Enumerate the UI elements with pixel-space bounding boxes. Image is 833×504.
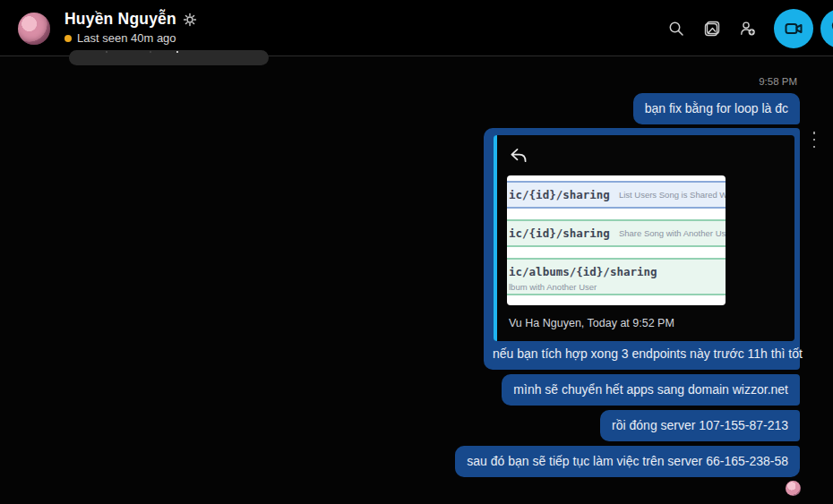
api-endpoint-row: ic/albums/{id}/sharing lbum with Another…	[507, 258, 726, 295]
clipped-text-remnant	[106, 51, 107, 53]
quote-author-line: Vu Ha Nguyen, Today at 9:52 PM	[509, 317, 674, 329]
gallery-icon[interactable]	[704, 21, 720, 37]
clipped-text-remnant	[176, 51, 178, 53]
outgoing-message[interactable]: rồi đóng server 107-155-87-213	[600, 410, 800, 441]
quoted-image-thumbnail[interactable]: ic/{id}/sharing List Users Song is Share…	[507, 175, 726, 305]
endpoint-description: lbum with Another User	[509, 282, 726, 292]
contact-profile-link[interactable]: Huyền Nguyễn	[64, 10, 197, 29]
gear-icon[interactable]	[183, 13, 197, 27]
reply-message-text: nếu bạn tích hợp xong 3 endpoints này tr…	[493, 346, 803, 361]
video-call-button[interactable]	[774, 9, 813, 48]
endpoint-path: ic/{id}/sharing	[509, 188, 610, 201]
chat-window: Huyền Nguyễn Last seen 40m ago	[0, 0, 833, 504]
clipped-incoming-message[interactable]	[69, 50, 269, 65]
outgoing-message[interactable]: sau đó bạn sẽ tiếp tục làm việc trên ser…	[455, 446, 800, 477]
contact-name: Huyền Nguyễn	[64, 10, 176, 29]
video-camera-icon	[783, 18, 804, 39]
clipped-text-remnant	[150, 51, 151, 53]
contact-avatar[interactable]	[18, 13, 50, 45]
voice-call-button[interactable]	[820, 9, 833, 48]
api-endpoint-row: ic/{id}/sharing Share Song with Another …	[507, 219, 726, 247]
quoted-message[interactable]: ic/{id}/sharing List Users Song is Share…	[494, 135, 794, 341]
endpoint-path: ic/albums/{id}/sharing	[509, 265, 657, 278]
conversation-header: Huyền Nguyễn Last seen 40m ago	[0, 0, 833, 56]
presence-status: Last seen 40m ago	[64, 31, 176, 45]
time-divider: 9:58 PM	[759, 76, 797, 87]
search-icon[interactable]	[668, 21, 684, 37]
endpoint-description: List Users Song is Shared With	[619, 190, 726, 200]
phone-icon	[829, 18, 833, 39]
outgoing-message[interactable]: bạn fix bằng for loop là đc	[633, 93, 800, 124]
last-seen-text: Last seen 40m ago	[77, 31, 176, 45]
read-receipt-avatar[interactable]	[786, 481, 801, 496]
add-person-icon[interactable]	[740, 21, 756, 37]
endpoint-path: ic/{id}/sharing	[509, 226, 610, 240]
reply-arrow-icon	[509, 148, 528, 163]
message-options-icon[interactable]	[811, 131, 818, 149]
outgoing-message[interactable]: mình sẽ chuyển hết apps sang domain wizz…	[502, 374, 800, 406]
api-endpoint-row: ic/{id}/sharing List Users Song is Share…	[507, 181, 726, 209]
presence-dot-icon	[64, 35, 72, 42]
endpoint-description: Share Song with Another User	[619, 228, 726, 238]
outgoing-message-with-quote[interactable]: ic/{id}/sharing List Users Song is Share…	[484, 128, 800, 370]
